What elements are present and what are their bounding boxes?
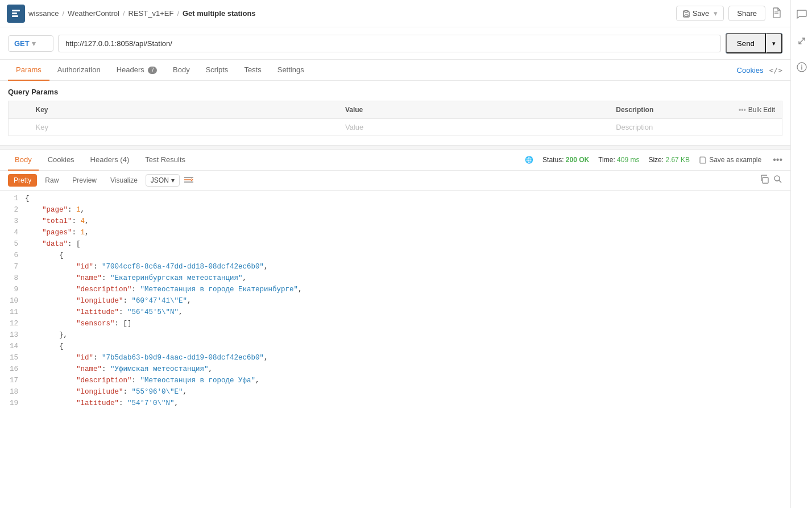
svg-point-11 [774,176,780,181]
json-key: "longitude" [76,297,123,305]
code-line: 13 }, [0,329,790,341]
json-string: "Метеостанция в городе Екатеринбурге" [140,286,299,294]
json-syntax: : [119,308,127,316]
doc-icon[interactable] [770,5,784,22]
json-syntax: , [81,206,85,214]
code-line: 14 { [0,341,790,352]
save-button[interactable]: Save ▾ [676,6,724,21]
breadcrumb-rest[interactable]: REST_v1+EF [129,9,174,18]
copy-button[interactable] [760,175,769,186]
method-select[interactable]: GET ▾ [8,35,53,52]
line-number: 16 [0,364,25,375]
json-syntax: : [] [115,320,132,328]
fmt-tab-pretty[interactable]: Pretty [8,174,37,187]
col-key: Key [29,101,338,119]
line-code: "description": "Метеостанция в городе Уф… [25,375,790,386]
svg-rect-0 [12,10,20,11]
send-main-button[interactable]: Send [726,33,766,53]
url-input[interactable] [58,35,721,52]
col-description: Description [616,106,653,114]
tab-params[interactable]: Params [8,60,49,81]
line-code: "total": 4, [25,216,790,227]
line-number: 18 [0,386,25,398]
line-number: 6 [0,250,25,261]
row-value-input[interactable]: Value [338,119,609,136]
fmt-tab-visualize[interactable]: Visualize [105,174,143,187]
resp-tab-headers[interactable]: Headers (4) [84,150,136,171]
line-number: 2 [0,204,25,216]
cookies-link[interactable]: Cookies [737,66,764,75]
line-number: 5 [0,238,25,250]
resp-tab-test-results[interactable]: Test Results [138,150,192,171]
chat-icon-button[interactable] [794,7,809,24]
json-string: "7004ccf8-8c6a-47dd-dd18-08dcf42ec6b0" [102,263,264,271]
resize-icon-button[interactable] [794,34,809,51]
resp-tab-cookies[interactable]: Cookies [41,150,81,171]
resp-tab-body[interactable]: Body [8,150,39,171]
svg-line-12 [779,180,781,183]
breadcrumb-wissance[interactable]: wissance [28,9,59,18]
line-number: 4 [0,227,25,238]
json-key: "id" [76,354,93,362]
code-line: 18 "longitude": "55°96'0\"E", [0,386,790,398]
info-icon-button[interactable] [794,60,809,77]
tab-authorization[interactable]: Authorization [49,60,109,81]
json-syntax: , [298,286,303,294]
line-code: "latitude": "56°45'5\"N", [25,307,790,318]
json-key: "latitude" [76,308,119,316]
json-number: 1 [81,229,85,237]
line-code: "name": "Екатеринбургская метеостанция", [25,272,790,284]
fmt-tab-preview[interactable]: Preview [67,174,102,187]
save-chevron-icon[interactable]: ▾ [714,9,718,18]
json-syntax [25,229,42,237]
save-example-button[interactable]: Save as example [699,156,761,164]
search-button[interactable] [773,175,782,186]
line-code: "longitude": "55°96'0\"E", [25,386,790,398]
json-syntax: , [85,229,89,237]
breadcrumb-weathercontrol[interactable]: WeatherControl [68,9,119,18]
save-icon [682,10,690,18]
wrap-lines-button[interactable] [184,176,193,185]
tab-headers[interactable]: Headers 7 [109,60,165,81]
json-string: "54°7'0\"N" [127,399,175,407]
tab-scripts[interactable]: Scripts [198,60,237,81]
send-arrow-button[interactable]: ▾ [766,33,782,53]
json-string: "Уфимская метеостанция" [110,365,209,373]
bulk-edit-button[interactable]: Bulk Edit [748,106,775,114]
json-number: 1 [76,206,81,214]
json-key: "longitude" [76,388,123,396]
params-empty-row: Key Value Description [9,119,782,136]
json-syntax: , [179,308,183,316]
row-desc-input[interactable]: Description [609,119,782,136]
code-toggle-button[interactable]: </> [769,66,782,75]
tab-tests[interactable]: Tests [236,60,269,81]
json-string: "55°96'0\"E" [132,388,183,396]
col-desc-header: Description ••• Bulk Edit [609,101,782,119]
line-number: 3 [0,216,25,227]
tab-body[interactable]: Body [165,60,198,81]
json-syntax [25,354,76,362]
tab-settings[interactable]: Settings [270,60,312,81]
format-select[interactable]: JSON ▾ [146,174,180,187]
svg-rect-2 [12,15,18,17]
document-icon [772,7,781,18]
json-syntax [25,263,76,271]
format-label: JSON [151,176,169,184]
code-line: 4 "pages": 1, [0,227,790,238]
more-options-button[interactable]: ••• [773,155,782,165]
json-syntax: , [243,274,247,282]
code-line: 1{ [0,193,790,204]
method-chevron-icon: ▾ [32,39,36,48]
code-line: 6 { [0,250,790,261]
line-code: "description": "Метеостанция в городе Ек… [25,284,790,295]
json-syntax: , [264,354,268,362]
fmt-tab-raw[interactable]: Raw [39,174,64,187]
code-line: 15 "id": "7b5dab63-b9d9-4aac-dd19-08dcf4… [0,352,790,364]
resize-icon [797,36,807,46]
share-button[interactable]: Share [728,6,765,21]
json-syntax: { [59,342,64,350]
app-icon [7,5,25,23]
send-button-group: Send ▾ [726,33,782,53]
row-key-input[interactable]: Key [29,119,338,136]
code-line: 5 "data": [ [0,238,790,250]
